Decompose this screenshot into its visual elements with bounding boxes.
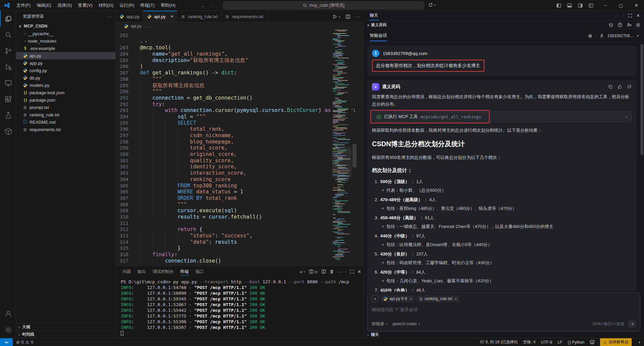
chat-scrollbar[interactable] bbox=[640, 44, 643, 155]
extensions-icon[interactable] bbox=[0, 91, 16, 107]
tab-smart-session[interactable]: 智能会话 bbox=[370, 30, 387, 42]
collapsed-chat-section[interactable]: › 聊天 bbox=[364, 331, 644, 338]
encoding[interactable]: UTF-8 bbox=[541, 340, 552, 345]
toggle-secondary-sidebar-icon[interactable] bbox=[578, 3, 583, 8]
send-button[interactable] bbox=[628, 320, 636, 328]
explorer-more-icon[interactable]: ··· bbox=[107, 14, 112, 19]
tree-file-ranking_rule.txt[interactable]: ≣ranking_rule.txt bbox=[16, 111, 115, 118]
language-mode[interactable]: { } Python bbox=[568, 340, 585, 345]
panel-tab-问题[interactable]: 问题 bbox=[120, 266, 133, 277]
split-terminal-icon[interactable] bbox=[321, 269, 326, 274]
close-icon[interactable]: ✕ bbox=[629, 0, 644, 11]
remote-indicator[interactable]: >< bbox=[0, 338, 13, 346]
tree-file-README.md[interactable]: ⓘREADME.md bbox=[16, 118, 115, 126]
menu-选择[interactable]: 选择(S) bbox=[54, 0, 75, 10]
select-interpreter-warning[interactable]: ⚠ 选择解释器 bbox=[600, 338, 632, 346]
breadcrumb[interactable]: api.py › … bbox=[116, 22, 363, 30]
menu-帮助[interactable]: 帮助(H) bbox=[158, 0, 178, 10]
tab-app.py[interactable]: app.py bbox=[116, 11, 143, 22]
panel-more-icon[interactable]: ··· bbox=[337, 269, 343, 274]
tree-file-requirements.txt[interactable]: ≣requirements.txt bbox=[16, 126, 115, 133]
tree-file-.env.example[interactable]: $.env.example bbox=[16, 45, 115, 52]
terminal-profile-py[interactable]: py bbox=[309, 269, 318, 274]
agent-selector[interactable]: 智能体∨ bbox=[372, 321, 388, 327]
settings-icon[interactable] bbox=[0, 322, 16, 338]
menu-终端[interactable]: 终端(T) bbox=[137, 0, 158, 10]
panel-tab-输出[interactable]: 输出 bbox=[135, 266, 149, 277]
testing-icon[interactable] bbox=[0, 107, 16, 123]
kill-terminal-icon[interactable] bbox=[329, 269, 334, 274]
menu-编辑[interactable]: 编辑(E) bbox=[34, 0, 54, 10]
search-icon[interactable] bbox=[0, 27, 16, 43]
command-center-search[interactable]: mcp_csdn [管理员] bbox=[223, 1, 424, 9]
problems-status[interactable]: ⊘ 0 ⚠ 0 bbox=[16, 340, 33, 345]
tree-folder-node_modules[interactable]: ›node_modules bbox=[16, 37, 115, 45]
tree-file-config.py[interactable]: config.py bbox=[16, 67, 115, 74]
split-editor-icon[interactable] bbox=[345, 14, 351, 19]
remote-icon[interactable] bbox=[0, 75, 16, 91]
minimize-icon[interactable]: ─ bbox=[598, 0, 613, 11]
terminal[interactable]: PS D:\git\mcp_csdn> py app.py --transpor… bbox=[116, 277, 363, 338]
mcp-tool-execution[interactable]: 已执行 MCP 工具 mcpcsdn/get_all_rankings › bbox=[372, 111, 632, 122]
minimap[interactable] bbox=[332, 30, 352, 266]
source-control-icon[interactable] bbox=[0, 43, 16, 59]
tree-file-api.py[interactable]: api.py bbox=[16, 52, 115, 59]
explorer-icon[interactable] bbox=[0, 11, 16, 27]
menu-查看[interactable]: 查看(V) bbox=[75, 0, 95, 10]
tree-file-app.py[interactable]: app.py bbox=[16, 59, 115, 67]
thumbs-up-icon[interactable] bbox=[618, 84, 622, 89]
model-selector[interactable]: qwen3-coder∨ bbox=[392, 322, 420, 326]
panel-tab-调试控制台[interactable]: 调试控制台 bbox=[150, 266, 176, 277]
inline-ai-widget[interactable]: ∨ bbox=[116, 39, 363, 45]
code-editor[interactable]: 282∨283@mcp.tool(284 name="get_all_ranki… bbox=[116, 30, 363, 266]
sidebar-section-大纲[interactable]: ›大纲 bbox=[16, 323, 115, 331]
chat-close-icon[interactable]: ✕ bbox=[636, 13, 640, 18]
thumbs-down-icon[interactable] bbox=[627, 84, 632, 89]
section-chevron-icon[interactable]: ∨ bbox=[366, 23, 371, 27]
maximize-icon[interactable]: ▢ bbox=[613, 0, 629, 11]
chat-more-icon[interactable]: ··· bbox=[614, 13, 620, 18]
tree-file-models.py[interactable]: models.py bbox=[16, 81, 115, 89]
context-chip-ranking_rule.txt[interactable]: ≣ranking_rule.txt✕ bbox=[417, 295, 460, 302]
sidebar-section-时间线[interactable]: ›时间线 bbox=[16, 331, 115, 338]
remove-chip-icon[interactable]: ✕ bbox=[410, 297, 412, 301]
tab-ranking_rule.txt[interactable]: ≣ranking_rule.txt bbox=[177, 11, 221, 22]
remove-chip-icon[interactable]: ✕ bbox=[454, 297, 457, 301]
account-name[interactable]: 1563392709… bbox=[607, 34, 634, 38]
indent-setting[interactable]: 空格: 4 bbox=[523, 339, 535, 345]
tab-chat[interactable]: 聊天 bbox=[370, 11, 378, 21]
add-context-button[interactable]: + bbox=[372, 295, 378, 302]
editor-more-icon[interactable]: ··· bbox=[355, 14, 361, 19]
customize-layout-icon[interactable] bbox=[588, 3, 594, 8]
chat-input-box[interactable]: + api.py 9-9✕≣ranking_rule.txt✕ 继续提问或 "/… bbox=[367, 292, 640, 331]
account-icon[interactable] bbox=[0, 306, 16, 322]
feedback-icon[interactable] bbox=[590, 340, 595, 345]
help-icon[interactable] bbox=[618, 22, 623, 27]
tree-file-prompt.txt[interactable]: ≣prompt.txt bbox=[16, 104, 115, 111]
editor-scrollbar[interactable] bbox=[353, 144, 357, 167]
package-icon[interactable] bbox=[0, 123, 16, 139]
history-icon[interactable] bbox=[608, 22, 613, 27]
close-panel-icon[interactable]: ✕ bbox=[358, 269, 361, 274]
run-python-button[interactable]: ∨ bbox=[332, 14, 341, 19]
toggle-sidebar-icon[interactable] bbox=[556, 3, 561, 8]
menu-运行[interactable]: 运行(R) bbox=[116, 0, 137, 10]
lingma-status-icon[interactable] bbox=[637, 340, 642, 345]
settings-icon[interactable] bbox=[636, 22, 641, 27]
tab-api.py[interactable]: api.py✕ bbox=[143, 11, 177, 22]
menu-转到[interactable]: 转到(G) bbox=[96, 0, 117, 10]
new-terminal-icon[interactable]: +∨ bbox=[300, 269, 305, 275]
chat-message-list[interactable]: 1 1563392709@qq.com 总分都有那些档次，划分档次并统计都有多少… bbox=[364, 42, 640, 292]
cursor-position[interactable]: 行 9, 列 16 (已选择8) bbox=[480, 339, 518, 345]
panel-tab-终端[interactable]: 终端 bbox=[178, 266, 192, 277]
tree-folder-__pycache__[interactable]: ›__pycache__ bbox=[16, 30, 115, 37]
panel-tab-端口[interactable]: 端口 bbox=[193, 266, 207, 277]
feedback-share-icon[interactable] bbox=[627, 22, 632, 27]
tree-root-folder[interactable]: ∨MCP_CSDN bbox=[16, 22, 115, 30]
tree-file-db.py[interactable]: db.py bbox=[16, 74, 115, 81]
maximize-panel-icon[interactable] bbox=[350, 270, 354, 274]
new-session-icon[interactable]: ⊕ bbox=[588, 33, 592, 39]
eol[interactable]: LF bbox=[558, 340, 562, 345]
account-dropdown-icon[interactable]: ▾ bbox=[637, 34, 639, 38]
tree-file-package.json[interactable]: { }package.json bbox=[16, 96, 115, 104]
